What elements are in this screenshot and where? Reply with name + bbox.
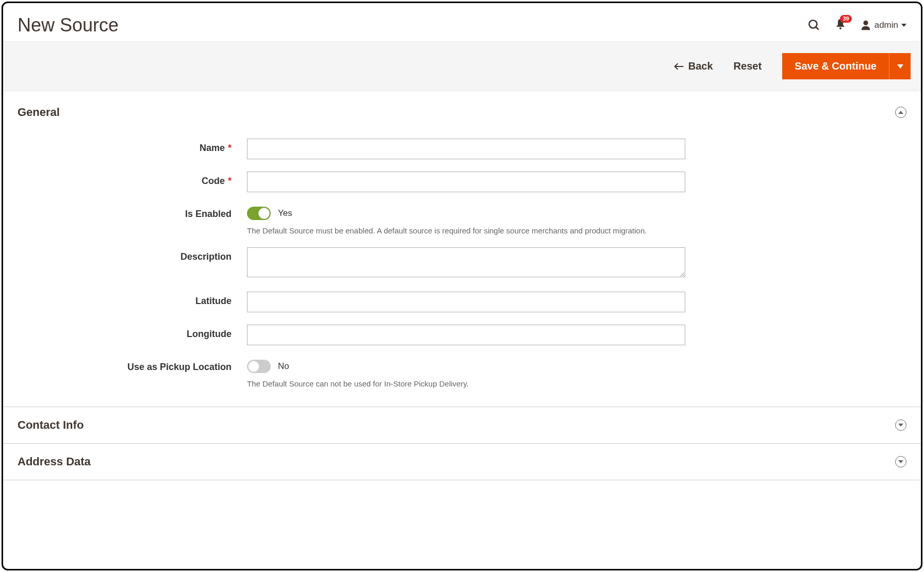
chevron-down-icon — [901, 24, 906, 27]
notifications-icon[interactable]: 39 — [834, 18, 847, 32]
section-contact-info-title: Contact Info — [18, 418, 84, 432]
latitude-input[interactable] — [247, 292, 685, 312]
section-address-data-header[interactable]: Address Data — [18, 444, 906, 480]
pickup-note: The Default Source can not be used for I… — [247, 379, 685, 388]
section-general-header[interactable]: General — [18, 91, 906, 129]
description-input[interactable] — [247, 247, 685, 277]
search-icon[interactable] — [807, 19, 821, 32]
is-enabled-note: The Default Source must be enabled. A de… — [247, 226, 685, 235]
section-address-data: Address Data — [3, 444, 921, 480]
field-label-pickup: Use as Pickup Location — [18, 358, 247, 373]
svg-line-1 — [816, 27, 818, 29]
svg-point-2 — [839, 27, 842, 29]
is-enabled-toggle[interactable] — [247, 207, 271, 220]
code-input[interactable] — [247, 172, 685, 192]
chevron-down-icon — [895, 456, 906, 467]
field-label-enabled: Is Enabled — [18, 205, 247, 220]
field-label-longitude: Longitude — [18, 325, 247, 340]
field-label-description: Description — [18, 247, 247, 262]
is-enabled-value: Yes — [278, 208, 292, 218]
back-button[interactable]: Back — [674, 60, 713, 72]
username-label: admin — [874, 20, 898, 30]
field-label-name: Name* — [18, 139, 247, 154]
reset-label: Reset — [734, 60, 762, 72]
name-input[interactable] — [247, 139, 685, 159]
chevron-down-icon — [895, 419, 906, 431]
section-general-title: General — [18, 106, 60, 119]
back-label: Back — [688, 60, 713, 72]
section-contact-info-header[interactable]: Contact Info — [18, 407, 906, 443]
svg-point-0 — [809, 20, 817, 28]
triangle-down-icon — [897, 64, 903, 69]
section-address-data-title: Address Data — [18, 455, 91, 468]
page-title: New Source — [18, 14, 119, 36]
action-bar: Back Reset Save & Continue — [3, 41, 921, 91]
svg-point-3 — [863, 21, 868, 25]
longitude-input[interactable] — [247, 325, 685, 345]
user-menu[interactable]: admin — [860, 20, 906, 31]
pickup-location-toggle[interactable] — [247, 360, 271, 373]
section-contact-info: Contact Info — [3, 407, 921, 444]
field-label-code: Code* — [18, 172, 247, 187]
notification-badge: 39 — [840, 15, 851, 23]
save-dropdown-button[interactable] — [889, 53, 911, 79]
chevron-up-icon — [895, 107, 906, 118]
field-label-latitude: Latitude — [18, 292, 247, 307]
pickup-value: No — [278, 361, 289, 372]
reset-button[interactable]: Reset — [734, 60, 762, 72]
save-continue-button[interactable]: Save & Continue — [782, 53, 889, 79]
section-general: General Name* Code* Is Enabled — [3, 91, 921, 407]
